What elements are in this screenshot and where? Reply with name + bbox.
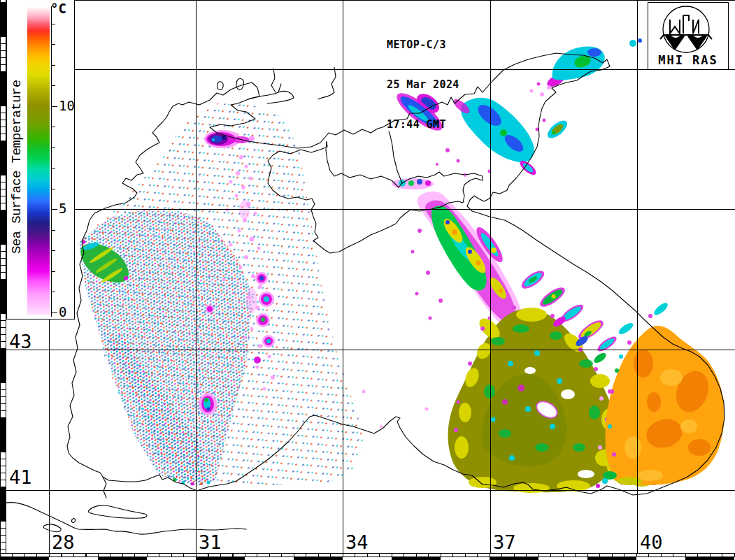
colorbar-label-10: 10 (59, 99, 75, 113)
mhi-ras-emblem-icon (648, 3, 728, 53)
lat-label-43: 43 (9, 331, 32, 352)
lon-label-34: 34 (345, 532, 369, 552)
title-block: METOP-C/3 25 Mar 2024 17:44 GMT (387, 12, 459, 158)
colorbar-tick (52, 127, 55, 127)
mhi-ras-logo: MHI RAS (648, 2, 729, 70)
acquisition-date: 25 Mar 2024 (387, 78, 459, 92)
left-degree-ruler (0, 0, 6, 553)
taganrog-patch (530, 38, 643, 96)
colorbar-label-0: 0 (59, 305, 66, 320)
colorbar-tick (52, 65, 55, 66)
colorbar-tick (52, 24, 55, 24)
lon-label-37: 37 (493, 532, 516, 552)
colorbar-tick-5 (52, 209, 57, 210)
colorbar-tick (52, 250, 55, 251)
acquisition-time: 17:44 GMT (387, 118, 459, 131)
black-sea-map (0, 0, 735, 560)
colorbar-gradient (27, 8, 50, 315)
colorbar-tick (52, 85, 55, 86)
lon-label-40: 40 (640, 532, 663, 552)
west-basin-cold-spot (199, 393, 217, 415)
colorbar-label-5: 5 (59, 201, 66, 216)
colorbar-tick-10 (52, 106, 57, 107)
swath-stipple-region (78, 103, 366, 487)
colorbar-unit: °C (50, 1, 66, 16)
colorbar-tick (52, 271, 55, 272)
logo-label: MHI RAS (648, 53, 728, 67)
yeysk-blob (536, 117, 571, 141)
lat-label-41: 41 (9, 467, 32, 487)
colorbar-tick (52, 44, 55, 45)
colorbar-tick-0 (52, 313, 57, 313)
colorbar-axis (51, 6, 52, 317)
colorbar-panel: Sea Surface Temperature 10 5 0 °C (6, 0, 75, 320)
colorbar-tick (52, 230, 55, 231)
colorbar-tick (52, 148, 55, 148)
bottom-ruler-degree-blocks (0, 557, 735, 560)
colorbar-tick (52, 292, 55, 292)
colorbar-tick (52, 168, 55, 168)
colorbar-tick (52, 189, 55, 189)
satellite-name: METOP-C/3 (387, 38, 459, 52)
colorbar-title: Sea Surface Temperature (9, 80, 24, 254)
sst-map-screenshot: Sea Surface Temperature 10 5 0 °C METOP-… (0, 0, 735, 560)
bottom-degree-ruler (0, 553, 735, 560)
lon-label-31: 31 (199, 532, 222, 552)
lon-label-28: 28 (52, 532, 75, 552)
